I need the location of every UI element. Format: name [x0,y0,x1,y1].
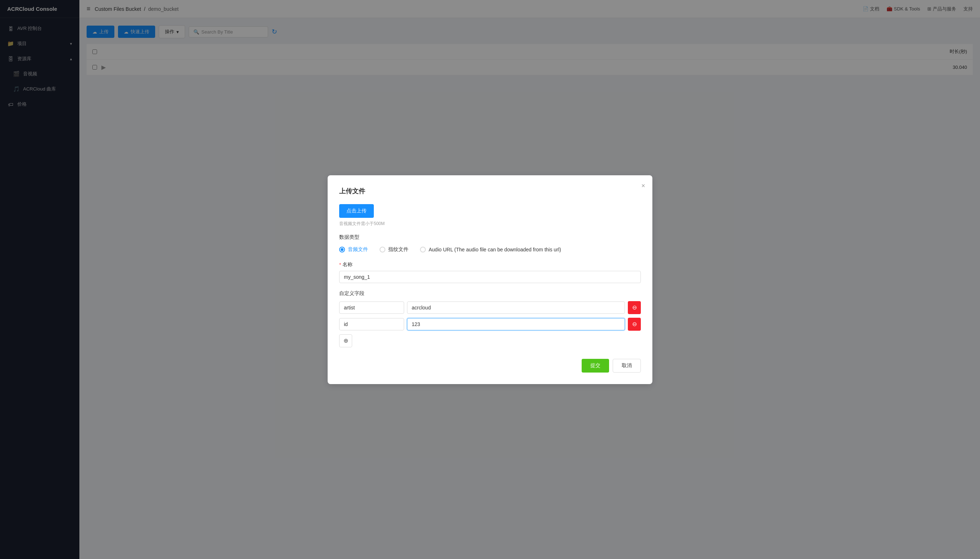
custom-field-row-1: ⊖ [339,301,641,314]
custom-field-key-1[interactable] [339,301,404,314]
upload-modal: 上传文件 × 点击上传 音视频文件需小于500M 数据类型 音频文件 指纹文件 … [328,175,652,384]
radio-audio-file-label: 音频文件 [348,246,368,253]
custom-field-value-1[interactable] [407,301,625,314]
name-input[interactable] [339,271,641,283]
minus-icon-1: ⊖ [632,304,637,311]
add-field-button[interactable]: ⊕ [339,334,352,347]
custom-field-key-2[interactable] [339,318,404,330]
radio-audio-url[interactable]: Audio URL (The audio file can be downloa… [420,247,561,253]
custom-fields-label: 自定义字段 [339,290,641,297]
custom-field-value-2[interactable] [407,318,625,330]
custom-field-row-2: ⊖ [339,318,641,331]
radio-group: 音频文件 指纹文件 Audio URL (The audio file can … [339,246,641,253]
radio-audio-file-circle [339,247,345,253]
modal-footer: 提交 取消 [339,359,641,372]
name-form-group: * 名称 [339,261,641,283]
upload-hint: 音视频文件需小于500M [339,221,641,227]
radio-fingerprint-label: 指纹文件 [388,246,409,253]
radio-fingerprint-circle [379,247,386,253]
plus-icon: ⊕ [344,337,348,344]
name-label-text: 名称 [343,261,353,268]
cancel-button[interactable]: 取消 [612,359,641,372]
minus-icon-2: ⊖ [632,321,637,327]
radio-audio-url-label: Audio URL (The audio file can be downloa… [429,247,561,253]
click-upload-button[interactable]: 点击上传 [339,204,374,218]
delete-field-1-button[interactable]: ⊖ [628,301,641,314]
radio-audio-url-circle [420,247,426,253]
radio-fingerprint[interactable]: 指纹文件 [379,246,409,253]
submit-button[interactable]: 提交 [582,359,609,372]
delete-field-2-button[interactable]: ⊖ [628,318,641,331]
radio-audio-file[interactable]: 音频文件 [339,246,368,253]
required-star: * [339,262,341,268]
modal-overlay: 上传文件 × 点击上传 音视频文件需小于500M 数据类型 音频文件 指纹文件 … [0,0,980,559]
modal-title: 上传文件 [339,187,641,195]
data-type-label: 数据类型 [339,234,641,241]
modal-close-button[interactable]: × [641,182,645,189]
name-label: * 名称 [339,261,641,268]
